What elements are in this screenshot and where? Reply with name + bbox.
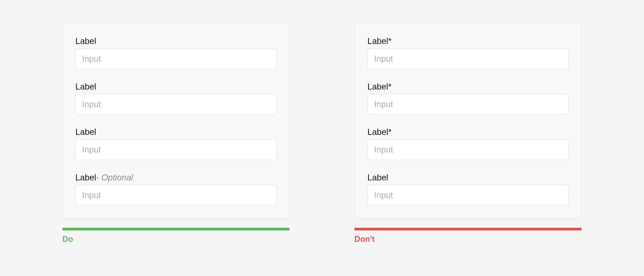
dont-example-column: Label* Label* Label* Label Don't	[354, 22, 582, 244]
text-input[interactable]	[368, 49, 569, 69]
form-field: Label	[75, 36, 276, 69]
asterisk-icon: *	[388, 82, 392, 92]
asterisk-icon: *	[388, 36, 392, 46]
dont-status-label: Don't	[354, 235, 582, 244]
field-label-row: Label	[368, 173, 569, 183]
form-field: Label	[368, 173, 569, 206]
form-field: Label - Optional	[75, 173, 276, 206]
field-label-row: Label	[75, 36, 276, 46]
do-status-bar	[62, 228, 290, 230]
field-label: Label	[368, 82, 388, 92]
field-label: Label	[75, 173, 96, 183]
form-field: Label	[75, 82, 276, 115]
field-label-row: Label	[75, 82, 276, 92]
field-label: Label	[368, 36, 388, 46]
form-field: Label*	[368, 82, 569, 115]
do-status-label: Do	[62, 235, 290, 244]
form-field: Label*	[368, 36, 569, 69]
text-input[interactable]	[368, 139, 569, 160]
field-label: Label	[75, 36, 96, 46]
form-field: Label*	[368, 127, 569, 160]
field-label-row: Label*	[368, 127, 569, 137]
field-label-row: Label*	[368, 82, 569, 92]
field-label-row: Label*	[368, 36, 569, 46]
field-label: Label	[75, 127, 96, 137]
field-label: Label	[368, 127, 388, 137]
text-input[interactable]	[368, 185, 569, 205]
do-example-column: Label Label Label Label - Optional	[62, 22, 290, 244]
text-input[interactable]	[75, 139, 276, 160]
field-label-row: Label	[75, 127, 276, 137]
do-form-card: Label Label Label Label - Optional	[62, 22, 290, 219]
text-input[interactable]	[75, 49, 276, 69]
asterisk-icon: *	[388, 127, 392, 137]
form-field: Label	[75, 127, 276, 160]
dont-form-card: Label* Label* Label* Label	[354, 22, 582, 219]
dont-status-bar	[354, 228, 582, 230]
text-input[interactable]	[368, 94, 569, 115]
text-input[interactable]	[75, 185, 276, 205]
text-input[interactable]	[75, 94, 276, 115]
field-label-row: Label - Optional	[75, 173, 276, 183]
field-optional-suffix: - Optional	[96, 173, 133, 183]
field-label: Label	[75, 82, 96, 92]
field-label: Label	[368, 173, 388, 183]
